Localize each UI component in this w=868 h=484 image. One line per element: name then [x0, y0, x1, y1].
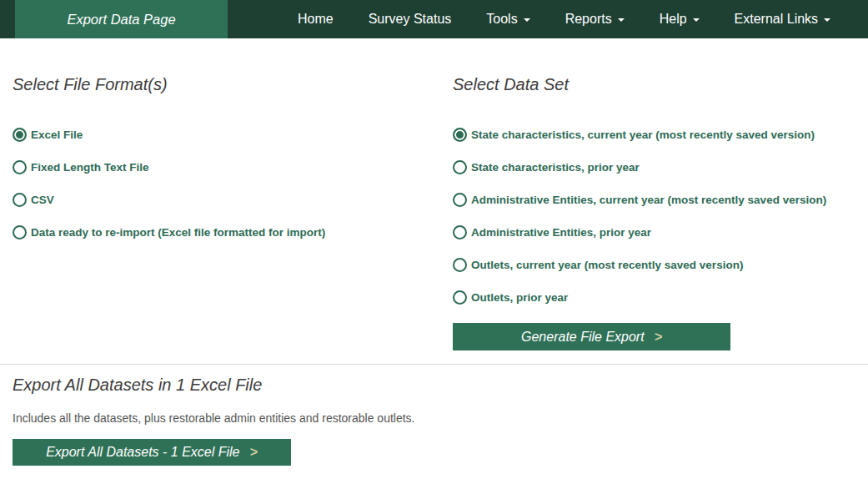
- nav-item-label: Help: [660, 12, 687, 27]
- file-format-options: Excel File Fixed Length Text File CSV Da…: [13, 128, 453, 239]
- radio-option-label: State characteristics, current year (mos…: [471, 129, 815, 141]
- radio-option-label: Fixed Length Text File: [31, 161, 149, 174]
- radio-option-label: Outlets, prior year: [471, 291, 568, 304]
- export-all-heading: Export All Datasets in 1 Excel File: [13, 376, 855, 395]
- file-format-section: Select File Format(s) Excel File Fixed L…: [13, 38, 453, 350]
- chevron-down-icon: [524, 18, 530, 22]
- arrow-right-icon: >: [655, 330, 662, 345]
- generate-button-label: Generate File Export: [521, 330, 645, 345]
- radio-button-icon[interactable]: [453, 290, 467, 305]
- radio-option-label: Administrative Entities, current year (m…: [471, 194, 826, 206]
- data-set-section: Select Data Set State characteristics, c…: [453, 38, 855, 350]
- radio-button-icon[interactable]: [13, 160, 27, 174]
- radio-option-label: Outlets, current year (most recently sav…: [471, 259, 743, 271]
- radio-option-data-ready-reimport[interactable]: Data ready to re-import (Excel file form…: [13, 225, 453, 239]
- radio-option-label: Administrative Entities, prior year: [471, 226, 651, 239]
- export-all-datasets-button[interactable]: Export All Datasets - 1 Excel File >: [13, 439, 291, 466]
- nav-item-reports[interactable]: Reports: [548, 0, 642, 38]
- radio-option-admin-entities-prior[interactable]: Administrative Entities, prior year: [453, 225, 855, 239]
- chevron-down-icon: [693, 18, 700, 22]
- nav-links: Home Survey Status Tools Reports Help Ex…: [280, 0, 848, 38]
- radio-option-excel-file[interactable]: Excel File: [13, 128, 453, 142]
- nav-item-help[interactable]: Help: [642, 0, 717, 38]
- data-set-options: State characteristics, current year (mos…: [453, 128, 855, 305]
- active-tab-label: Export Data Page: [67, 12, 175, 28]
- nav-item-label: Home: [298, 12, 334, 27]
- chevron-down-icon: [618, 18, 625, 22]
- export-all-section: Export All Datasets in 1 Excel File Incl…: [0, 364, 868, 466]
- radio-option-outlets-prior[interactable]: Outlets, prior year: [453, 290, 855, 305]
- radio-option-state-characteristics-prior[interactable]: State characteristics, prior year: [453, 160, 855, 174]
- radio-button-icon[interactable]: [453, 225, 467, 239]
- radio-option-label: Excel File: [31, 129, 83, 141]
- nav-item-home[interactable]: Home: [280, 0, 351, 38]
- radio-button-icon[interactable]: [13, 128, 27, 142]
- radio-button-icon[interactable]: [453, 160, 467, 174]
- radio-option-csv[interactable]: CSV: [13, 193, 453, 207]
- radio-option-state-characteristics-current[interactable]: State characteristics, current year (mos…: [453, 128, 855, 142]
- radio-option-label: Data ready to re-import (Excel file form…: [31, 226, 325, 239]
- file-format-heading: Select File Format(s): [13, 75, 453, 94]
- radio-button-icon[interactable]: [453, 258, 467, 272]
- chevron-down-icon: [824, 18, 830, 22]
- radio-option-outlets-current[interactable]: Outlets, current year (most recently sav…: [453, 258, 855, 272]
- top-navbar: Export Data Page Home Survey Status Tool…: [0, 0, 868, 38]
- nav-item-survey-status[interactable]: Survey Status: [351, 0, 469, 38]
- export-all-description: Includes all the datasets, plus restorab…: [13, 411, 855, 425]
- nav-item-label: Reports: [565, 12, 612, 27]
- active-tab-export-data-page[interactable]: Export Data Page: [15, 0, 228, 38]
- nav-item-label: External Links: [735, 12, 819, 27]
- radio-option-label: CSV: [31, 194, 54, 206]
- radio-button-icon[interactable]: [453, 193, 467, 207]
- radio-option-label: State characteristics, prior year: [471, 161, 640, 174]
- arrow-right-icon: >: [250, 445, 258, 460]
- nav-item-external-links[interactable]: External Links: [717, 0, 849, 38]
- nav-item-label: Tools: [486, 12, 517, 27]
- radio-button-icon[interactable]: [13, 225, 27, 239]
- main-content: Select File Format(s) Excel File Fixed L…: [0, 38, 868, 350]
- radio-button-icon[interactable]: [453, 128, 467, 142]
- radio-button-icon[interactable]: [13, 193, 27, 207]
- radio-option-admin-entities-current[interactable]: Administrative Entities, current year (m…: [453, 193, 855, 207]
- generate-file-export-button[interactable]: Generate File Export >: [453, 323, 730, 350]
- data-set-heading: Select Data Set: [453, 75, 855, 94]
- radio-option-fixed-length-text-file[interactable]: Fixed Length Text File: [13, 160, 453, 174]
- nav-item-label: Survey Status: [369, 12, 452, 27]
- nav-item-tools[interactable]: Tools: [469, 0, 547, 38]
- export-all-button-label: Export All Datasets - 1 Excel File: [46, 445, 239, 460]
